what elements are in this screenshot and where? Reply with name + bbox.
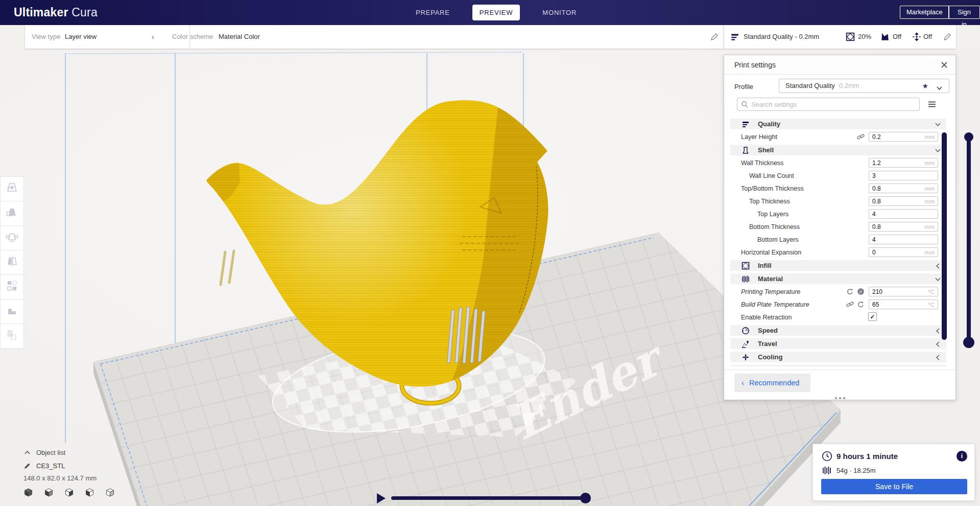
marketplace-button[interactable]: Marketplace [900, 6, 949, 19]
category-support[interactable]: Support [730, 365, 946, 366]
setting-label: Top/Bottom Thickness [741, 183, 804, 194]
setting-value: 4 [872, 210, 876, 219]
settings-menu-icon[interactable] [927, 100, 937, 109]
per-model-settings-tool-button[interactable] [0, 274, 24, 300]
settings-scrollbar[interactable] [942, 132, 947, 340]
brand-light: Cura [71, 6, 98, 19]
object-list-toggle[interactable]: Object list [23, 446, 115, 459]
path-slider-handle[interactable] [580, 493, 591, 503]
info-icon[interactable]: i [957, 451, 967, 462]
tab-preview[interactable]: PREVIEW [472, 5, 520, 20]
setting-value: 0.2 [872, 132, 881, 142]
play-icon[interactable] [376, 493, 386, 504]
link-icon[interactable] [846, 301, 854, 310]
material-usage: 54g · 18.25m [836, 467, 876, 474]
sign-in-button[interactable]: Sign in [948, 6, 980, 19]
category-quality[interactable]: Quality [730, 119, 946, 129]
category-cooling[interactable]: Cooling [730, 352, 946, 362]
scale-tool-icon [5, 205, 19, 221]
edit-view-pencil-icon[interactable] [710, 32, 719, 41]
chevron-down-icon[interactable] [935, 275, 941, 282]
print-settings-summary-bar[interactable]: Standard Quality - 0.2mm 20% Off Off [724, 25, 956, 49]
search-input[interactable] [751, 99, 915, 110]
recommended-mode-button[interactable]: ‹Recommended [734, 374, 810, 392]
revert-icon[interactable] [846, 288, 854, 297]
tab-monitor[interactable]: MONITOR [535, 5, 584, 20]
adhesion-summary-value: Off [923, 25, 932, 49]
view-front-icon[interactable] [44, 488, 54, 497]
setting-wall-line-count: Wall Line Count3 [730, 171, 946, 181]
print-job-card: 9 hours 1 minute i 54g · 18.25m Save to … [812, 444, 975, 501]
setting-printing-temperature: Printing Temperaturefx210°C [730, 287, 946, 297]
setting-bottom-thickness: Bottom Thickness0.8mm [730, 222, 946, 232]
setting-value: 1.2 [872, 158, 881, 168]
input-top-thickness[interactable]: 0.8mm [869, 196, 938, 206]
input-horizontal-expansion[interactable]: 0mm [869, 247, 938, 257]
view-3d-icon[interactable] [23, 488, 33, 497]
view-type-value[interactable]: Layer view [65, 25, 97, 49]
edit-settings-pencil-icon[interactable] [943, 32, 952, 41]
input-layer-height[interactable]: 0.2mm [869, 132, 938, 142]
formula-icon[interactable]: fx [857, 288, 865, 297]
setting-top-layers: Top Layers4 [730, 209, 946, 219]
object-dimensions: 148.0 x 82.0 x 124.7 mm [23, 472, 115, 485]
category-travel[interactable]: Travel [730, 338, 946, 349]
input-bottom-layers[interactable]: 4 [869, 235, 938, 244]
brand-bold: Ultimaker [14, 6, 68, 19]
category-label: Material [758, 275, 783, 283]
category-material[interactable]: Material [730, 273, 946, 284]
chevron-left-icon[interactable] [935, 262, 941, 269]
tab-prepare[interactable]: PREPARE [409, 5, 457, 20]
input-top-layers[interactable]: 4 [869, 209, 938, 219]
save-to-file-button[interactable]: Save to File [821, 479, 967, 494]
view-top-icon[interactable] [64, 488, 74, 497]
input-wall-thickness[interactable]: 1.2mm [869, 158, 938, 168]
input-bottom-thickness[interactable]: 0.8mm [869, 222, 938, 232]
custom-supports-tool-button[interactable] [0, 324, 24, 349]
move-tool-button[interactable] [0, 176, 24, 201]
category-label: Speed [758, 327, 778, 334]
close-icon[interactable] [939, 60, 949, 70]
path-slider-track[interactable] [391, 496, 590, 500]
layer-slider-bottom-handle[interactable] [963, 337, 974, 348]
link-icon[interactable] [857, 133, 865, 143]
input-wall-line-count[interactable]: 3 [869, 171, 938, 180]
chevron-down-icon[interactable] [935, 147, 941, 153]
category-label: Shell [758, 146, 774, 154]
category-infill[interactable]: Infill [730, 260, 946, 271]
panel-drag-handle[interactable] [835, 397, 845, 399]
profile-dropdown[interactable]: Standard Quality0.2mm ★ [779, 79, 949, 93]
rotate-tool-button[interactable] [0, 225, 24, 250]
checkbox-enable-retraction[interactable]: ✓ [868, 312, 877, 321]
input-build-plate-temperature[interactable]: 65°C [869, 300, 938, 309]
stage-tabs: PREPAREPREVIEWMONITOR [409, 0, 584, 25]
revert-icon[interactable] [857, 301, 865, 310]
view-right-icon[interactable] [105, 488, 115, 497]
object-list-item[interactable]: CE3_STL [23, 459, 115, 472]
mirror-tool-button[interactable] [0, 250, 24, 275]
chevron-left-icon[interactable] [935, 340, 941, 347]
color-scheme-value[interactable]: Material Color [219, 25, 260, 49]
filament-icon [822, 466, 832, 475]
view-type-collapse-chevron[interactable]: ‹ [152, 25, 154, 49]
chevron-left-icon[interactable] [935, 354, 941, 360]
scale-tool-button[interactable] [0, 201, 24, 226]
chevron-left-icon[interactable] [935, 327, 941, 334]
input-printing-temperature[interactable]: 210°C [869, 287, 938, 296]
setting-unit: mm [925, 184, 935, 193]
setting-unit: mm [925, 197, 935, 206]
setting-horizontal-expansion: Horizontal Expansion0mm [730, 247, 946, 258]
support-blocker-tool-button[interactable] [0, 299, 24, 324]
setting-label: Printing Temperature [741, 287, 800, 297]
category-shell[interactable]: Shell [730, 145, 946, 155]
layer-slider-track[interactable] [967, 137, 971, 344]
support-summary-value: Off [893, 25, 901, 49]
layer-slider-top-handle[interactable] [964, 132, 973, 142]
category-speed[interactable]: Speed [730, 325, 946, 336]
setting-value: 4 [872, 235, 876, 244]
input-top-bottom-thickness[interactable]: 0.8mm [869, 183, 938, 193]
object-list-label: Object list [36, 449, 65, 456]
view-left-icon[interactable] [85, 488, 94, 497]
shell-icon [742, 146, 750, 154]
chevron-down-icon[interactable] [935, 121, 941, 127]
